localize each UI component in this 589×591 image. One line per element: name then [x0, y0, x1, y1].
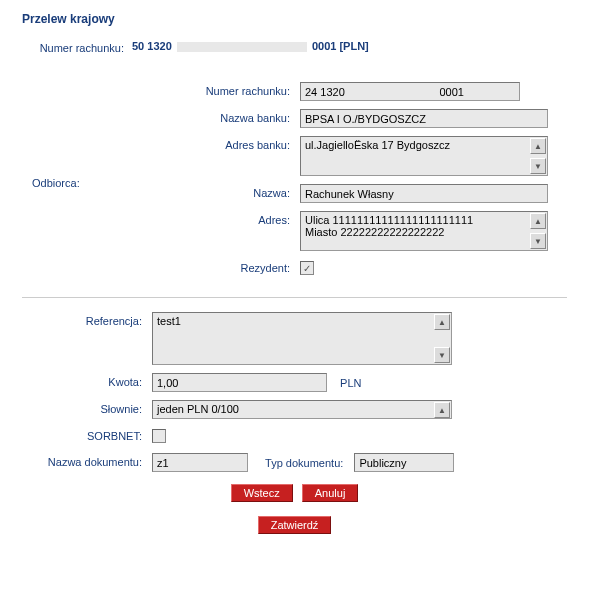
own-account-value: 50 1320 0001 [PLN] — [132, 40, 567, 52]
recipient-address-text: Ulica 11111111111111111111111 Miasto 222… — [305, 214, 543, 248]
scroll-up-icon[interactable]: ▲ — [530, 213, 546, 229]
recipient-name-input[interactable] — [300, 184, 548, 203]
words-textarea[interactable]: jeden PLN 0/100 ▲ ▼ — [152, 400, 452, 419]
recipient-address-textarea[interactable]: Ulica 11111111111111111111111 Miasto 222… — [300, 211, 548, 251]
own-account-row: Numer rachunku: 50 1320 0001 [PLN] — [22, 40, 567, 54]
docname-input[interactable] — [152, 453, 248, 472]
scroll-down-icon[interactable]: ▼ — [530, 233, 546, 249]
scroll-up-icon[interactable]: ▲ — [530, 138, 546, 154]
details-section: Referencja: test1 ▲ ▼ Kwota: PLN Słownie… — [22, 312, 567, 472]
sorbnet-checkbox[interactable] — [152, 429, 166, 443]
reference-textarea[interactable]: test1 ▲ ▼ — [152, 312, 452, 365]
confirm-button[interactable]: Zatwierdź — [258, 516, 332, 534]
recipient-section-label: Odbiorca: — [22, 177, 112, 189]
recipient-section: Odbiorca: Numer rachunku: Nazwa banku: A… — [22, 82, 567, 283]
form-container: Przelew krajowy Numer rachunku: 50 1320 … — [0, 0, 589, 554]
bank-name-label: Nazwa banku: — [112, 109, 300, 124]
scroll-down-icon[interactable]: ▼ — [530, 158, 546, 174]
scroll-down-icon[interactable]: ▼ — [434, 347, 450, 363]
own-account-label: Numer rachunku: — [22, 40, 132, 54]
scroll-up-icon[interactable]: ▲ — [434, 402, 450, 418]
button-row: Wstecz Anuluj — [22, 482, 567, 504]
bank-address-label: Adres banku: — [112, 136, 300, 151]
own-account-suffix: 0001 [PLN] — [312, 40, 369, 52]
resident-checkbox[interactable]: ✓ — [300, 261, 314, 275]
sorbnet-label: SORBNET: — [22, 427, 152, 442]
amount-label: Kwota: — [22, 373, 152, 388]
back-button[interactable]: Wstecz — [231, 484, 293, 502]
currency-label: PLN — [340, 377, 361, 389]
doctype-label: Typ dokumentu: — [265, 457, 343, 469]
bank-address-text: ul.JagielloËska 17 Bydgoszcz — [305, 139, 543, 173]
divider — [22, 297, 567, 298]
reference-label: Referencja: — [22, 312, 152, 327]
docname-label: Nazwa dokumentu: — [22, 453, 152, 468]
button-row-2: Zatwierdź — [22, 514, 567, 536]
words-text: jeden PLN 0/100 — [157, 403, 447, 416]
recipient-account-label: Numer rachunku: — [112, 82, 300, 97]
words-label: Słownie: — [22, 400, 152, 415]
recipient-name-label: Nazwa: — [112, 184, 300, 199]
page-title: Przelew krajowy — [22, 12, 567, 26]
recipient-account-input[interactable] — [300, 82, 520, 101]
bank-name-input[interactable] — [300, 109, 548, 128]
cancel-button[interactable]: Anuluj — [302, 484, 359, 502]
doctype-input[interactable] — [354, 453, 454, 472]
resident-label: Rezydent: — [112, 259, 300, 274]
own-account-prefix: 50 1320 — [132, 40, 172, 52]
reference-text: test1 — [157, 315, 447, 362]
bank-address-textarea[interactable]: ul.JagielloËska 17 Bydgoszcz ▲ ▼ — [300, 136, 548, 176]
amount-input[interactable] — [152, 373, 327, 392]
scroll-up-icon[interactable]: ▲ — [434, 314, 450, 330]
recipient-address-label: Adres: — [112, 211, 300, 226]
own-account-masked — [177, 42, 307, 52]
